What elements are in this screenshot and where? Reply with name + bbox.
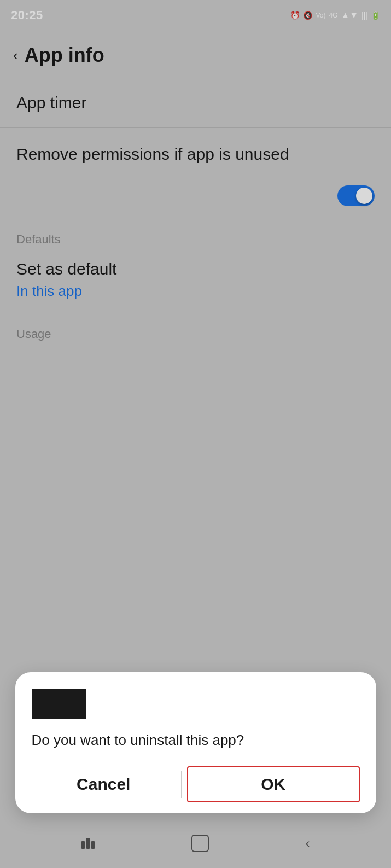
ok-button[interactable]: OK — [187, 766, 360, 802]
uninstall-dialog: Do you want to uninstall this app? Cance… — [15, 672, 376, 813]
dialog-button-divider — [181, 771, 182, 798]
dialog-app-icon — [32, 689, 86, 719]
dialog-message: Do you want to uninstall this app? — [32, 730, 360, 750]
dialog-overlay: Do you want to uninstall this app? Cance… — [0, 0, 391, 868]
cancel-button[interactable]: Cancel — [32, 766, 176, 802]
dialog-buttons: Cancel OK — [32, 766, 360, 802]
